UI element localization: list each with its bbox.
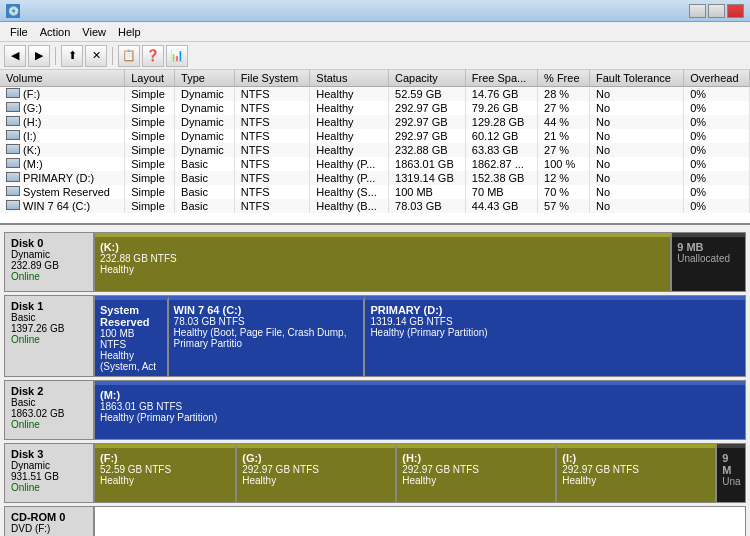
menu-item-action[interactable]: Action xyxy=(34,24,77,40)
col-filesystem[interactable]: File System xyxy=(234,70,309,87)
cell-status: Healthy (P... xyxy=(310,171,389,185)
partition[interactable]: WIN 7 64 (C:) 78.03 GB NTFS Healthy (Boo… xyxy=(169,296,366,376)
close-button[interactable] xyxy=(727,4,744,18)
view-button[interactable]: 📊 xyxy=(166,45,188,67)
cell-fs: NTFS xyxy=(234,115,309,129)
col-free[interactable]: Free Spa... xyxy=(465,70,537,87)
table-row[interactable]: (M:) Simple Basic NTFS Healthy (P... 186… xyxy=(0,157,750,171)
partition[interactable]: (I:) 292.97 GB NTFS Healthy xyxy=(557,444,717,502)
drive-icon xyxy=(6,200,20,210)
cell-free: 70 MB xyxy=(465,185,537,199)
col-pct[interactable]: % Free xyxy=(538,70,590,87)
col-overhead[interactable]: Overhead xyxy=(684,70,750,87)
col-type[interactable]: Type xyxy=(175,70,235,87)
col-volume[interactable]: Volume xyxy=(0,70,125,87)
partition-detail: Una xyxy=(722,476,740,487)
cell-free: 129.28 GB xyxy=(465,115,537,129)
partition-name: (I:) xyxy=(562,452,710,464)
disk-area[interactable]: Disk 0 Dynamic 232.89 GB Online (K:) 232… xyxy=(0,225,750,536)
cell-status: Healthy xyxy=(310,115,389,129)
partition[interactable]: 9 MB Unallocated xyxy=(672,233,745,291)
cell-pct: 28 % xyxy=(538,87,590,102)
menu-item-file[interactable]: File xyxy=(4,24,34,40)
cell-fault: No xyxy=(589,171,683,185)
partition-name: 9 M xyxy=(722,452,740,476)
partition[interactable]: 9 M Una xyxy=(717,444,745,502)
cell-layout: Simple xyxy=(125,143,175,157)
disk-size: 1397.26 GB xyxy=(11,323,87,334)
col-fault[interactable]: Fault Tolerance xyxy=(589,70,683,87)
partition-status: Healthy xyxy=(242,475,390,486)
cell-free: 1862.87 ... xyxy=(465,157,537,171)
cell-volume: (H:) xyxy=(0,115,125,129)
cdrom-type: DVD (F:) xyxy=(11,523,87,534)
disk-partitions: System Reserved 100 MB NTFS Healthy (Sys… xyxy=(95,296,745,376)
col-capacity[interactable]: Capacity xyxy=(389,70,466,87)
cell-volume: (I:) xyxy=(0,129,125,143)
drive-icon xyxy=(6,102,20,112)
partition[interactable]: (G:) 292.97 GB NTFS Healthy xyxy=(237,444,397,502)
disk-type: Basic xyxy=(11,397,87,408)
back-button[interactable]: ◀ xyxy=(4,45,26,67)
partition-status: Healthy xyxy=(100,264,665,275)
disk-row: Disk 1 Basic 1397.26 GB Online System Re… xyxy=(4,295,746,377)
cell-capacity: 100 MB xyxy=(389,185,466,199)
up-button[interactable]: ⬆ xyxy=(61,45,83,67)
table-row[interactable]: PRIMARY (D:) Simple Basic NTFS Healthy (… xyxy=(0,171,750,185)
cell-fault: No xyxy=(589,87,683,102)
col-layout[interactable]: Layout xyxy=(125,70,175,87)
table-row[interactable]: (H:) Simple Dynamic NTFS Healthy 292.97 … xyxy=(0,115,750,129)
cell-pct: 44 % xyxy=(538,115,590,129)
table-row[interactable]: System Reserved Simple Basic NTFS Health… xyxy=(0,185,750,199)
disk-size: 232.89 GB xyxy=(11,260,87,271)
table-row[interactable]: (G:) Simple Dynamic NTFS Healthy 292.97 … xyxy=(0,101,750,115)
cell-free: 63.83 GB xyxy=(465,143,537,157)
partition[interactable]: System Reserved 100 MB NTFS Healthy (Sys… xyxy=(95,296,169,376)
cell-capacity: 1863.01 GB xyxy=(389,157,466,171)
partition[interactable]: (F:) 52.59 GB NTFS Healthy xyxy=(95,444,237,502)
col-status[interactable]: Status xyxy=(310,70,389,87)
partition-detail: 100 MB NTFS xyxy=(100,328,162,350)
cell-status: Healthy xyxy=(310,87,389,102)
cell-capacity: 292.97 GB xyxy=(389,101,466,115)
properties-button[interactable]: 📋 xyxy=(118,45,140,67)
cdrom-row: CD-ROM 0 DVD (F:) xyxy=(4,506,746,536)
maximize-button[interactable] xyxy=(708,4,725,18)
partition[interactable]: (K:) 232.88 GB NTFS Healthy xyxy=(95,233,672,291)
partition-detail: 1863.01 GB NTFS xyxy=(100,401,740,412)
drive-icon xyxy=(6,88,20,98)
cdrom-info: CD-ROM 0 DVD (F:) xyxy=(5,507,95,536)
refresh-button[interactable]: ✕ xyxy=(85,45,107,67)
cell-type: Dynamic xyxy=(175,87,235,102)
cell-capacity: 78.03 GB xyxy=(389,199,466,213)
cell-type: Dynamic xyxy=(175,115,235,129)
help-button[interactable]: ❓ xyxy=(142,45,164,67)
minimize-button[interactable] xyxy=(689,4,706,18)
cell-overhead: 0% xyxy=(684,171,750,185)
partition[interactable]: (H:) 292.97 GB NTFS Healthy xyxy=(397,444,557,502)
cell-volume: (M:) xyxy=(0,157,125,171)
forward-button[interactable]: ▶ xyxy=(28,45,50,67)
app-icon: 💿 xyxy=(6,4,20,18)
cell-type: Basic xyxy=(175,171,235,185)
table-row[interactable]: (F:) Simple Dynamic NTFS Healthy 52.59 G… xyxy=(0,87,750,102)
cell-layout: Simple xyxy=(125,115,175,129)
cell-fault: No xyxy=(589,157,683,171)
menu-item-help[interactable]: Help xyxy=(112,24,147,40)
cell-pct: 12 % xyxy=(538,171,590,185)
table-row[interactable]: (I:) Simple Dynamic NTFS Healthy 292.97 … xyxy=(0,129,750,143)
partition[interactable]: (M:) 1863.01 GB NTFS Healthy (Primary Pa… xyxy=(95,381,745,439)
partition-status: Healthy (Primary Partition) xyxy=(100,412,740,423)
partition-name: (F:) xyxy=(100,452,230,464)
drive-icon xyxy=(6,172,20,182)
partition[interactable]: PRIMARY (D:) 1319.14 GB NTFS Healthy (Pr… xyxy=(365,296,745,376)
menu-item-view[interactable]: View xyxy=(76,24,112,40)
table-row[interactable]: WIN 7 64 (C:) Simple Basic NTFS Healthy … xyxy=(0,199,750,213)
cell-fs: NTFS xyxy=(234,199,309,213)
disk-status: Online xyxy=(11,271,87,282)
disk-size: 1863.02 GB xyxy=(11,408,87,419)
table-row[interactable]: (K:) Simple Dynamic NTFS Healthy 232.88 … xyxy=(0,143,750,157)
cell-layout: Simple xyxy=(125,157,175,171)
table-area[interactable]: Volume Layout Type File System Status Ca… xyxy=(0,70,750,225)
disk-name: Disk 3 xyxy=(11,448,87,460)
